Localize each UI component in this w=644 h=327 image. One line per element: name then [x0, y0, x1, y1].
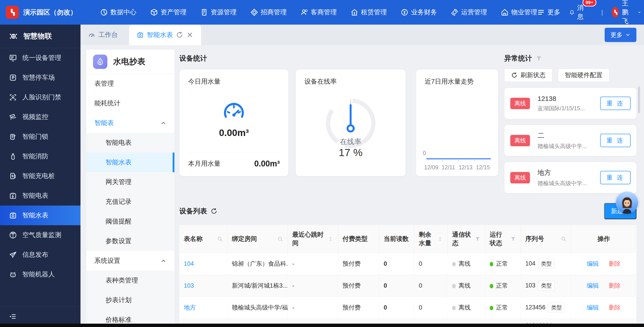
top-navbar: 演示园区（勿改） 数据中心 资产管理 资源管理 招商管理 客商管理 租赁管理 业… — [0, 0, 644, 24]
message-count-badge: 99+ — [582, 0, 596, 6]
electric-meter-icon — [9, 192, 17, 200]
submenu-item-recharge-records[interactable]: 充值记录 — [86, 192, 174, 212]
tab-workbench[interactable]: 工作台 — [80, 24, 126, 45]
submenu-item-smart-electric-meter[interactable]: 智能电表 — [86, 133, 174, 152]
table-header-row: 表名称 绑定房间 最近心跳时间 付费类型 当前读数 剩余水量 通信状态 运行状态… — [179, 225, 636, 253]
filter-icon[interactable] — [536, 55, 542, 62]
submenu-item-gateway-management[interactable]: 网关管理 — [86, 172, 174, 192]
sidebar-item-air-quality[interactable]: 空气质量监测 — [0, 225, 80, 245]
sidebar-item-video-monitoring[interactable]: 视频监控 — [0, 107, 80, 127]
app-logo[interactable] — [6, 6, 19, 19]
nav-item-investment-management[interactable]: 招商管理 — [250, 8, 287, 17]
reconnect-button[interactable]: 重 连 — [600, 171, 630, 184]
edit-link[interactable]: 编辑 — [587, 260, 599, 267]
assistant-avatar[interactable] — [616, 192, 638, 214]
month-water-value: 0.00m³ — [254, 159, 280, 168]
submenu-group-smart-meter[interactable]: 智能表 — [86, 113, 174, 133]
submenu-item-energy-stats[interactable]: 能耗统计 — [86, 94, 174, 113]
col-last-heartbeat[interactable]: 最近心跳时间 — [288, 225, 338, 253]
sidebar-item-unified-device-management[interactable]: 统一设备管理 — [0, 48, 80, 68]
delete-link[interactable]: 删除 — [609, 282, 621, 289]
remaining-cell: 0 — [414, 296, 448, 318]
yen-circle-icon — [401, 8, 408, 16]
nav-item-data-center[interactable]: 数据中心 — [100, 8, 136, 17]
submenu-group-system-settings[interactable]: 系统设置 — [86, 251, 174, 271]
type-tag[interactable]: 类型 — [538, 281, 554, 290]
submenu-item-reading-plan[interactable]: 抄表计划 — [86, 290, 174, 310]
water-trend-title: 近7日用水量走势 — [425, 77, 490, 86]
col-remaining-water[interactable]: 剩余水量 — [414, 225, 448, 253]
sidebar-item-smart-water-meter[interactable]: 智能水表 — [0, 206, 80, 225]
sidebar-item-info-publish[interactable]: 信息发布 — [0, 245, 80, 264]
type-tag[interactable]: 类型 — [538, 259, 554, 268]
col-current-reading[interactable]: 当前读数 — [379, 225, 414, 253]
meter-name-link[interactable]: 103 — [184, 282, 194, 289]
col-pay-type[interactable]: 付费类型 — [338, 225, 379, 253]
sidebar-item-smart-robot[interactable]: 智能机器人 — [0, 264, 80, 284]
meter-name-link[interactable]: 104 — [184, 260, 194, 267]
app-header: 水电抄表 — [86, 50, 174, 74]
bound-room-cell: 锦昶（广东）食品科... — [228, 253, 288, 275]
nav-item-finance[interactable]: 业务财务 — [401, 8, 437, 17]
sidebar-item-smart-parking[interactable]: 智慧停车场 — [0, 68, 80, 88]
refresh-status-button[interactable]: 刷新状态 — [504, 68, 552, 82]
sort-icon — [437, 236, 443, 242]
submenu-item-meter-type-management[interactable]: 表种类管理 — [86, 271, 174, 290]
collapse-icon — [9, 313, 16, 320]
sidebar-item-smart-lock[interactable]: 智能门锁 — [0, 127, 80, 146]
nav-item-merchant-management[interactable]: 客商管理 — [300, 8, 337, 17]
nav-item-operation-management[interactable]: 运营管理 — [451, 8, 487, 17]
tab-smart-water-meter[interactable]: 智能水表 — [129, 24, 201, 45]
tab-refresh-icon[interactable] — [176, 31, 183, 38]
sidebar-item-face-access[interactable]: 人脸识别门禁 — [0, 88, 80, 107]
hardware-config-button[interactable]: 智能硬件配置 — [558, 68, 609, 82]
serial-cell: 103类型 — [521, 275, 571, 296]
device-location: 赣榆城头高级中学... — [538, 180, 600, 187]
bound-room-cell: 赣榆城头高级中学/福... — [228, 296, 288, 318]
sidebar-collapse-button[interactable] — [0, 307, 80, 324]
delete-link[interactable]: 删除 — [609, 260, 621, 267]
offline-dot — [452, 306, 456, 310]
submenu-item-parameter-settings[interactable]: 参数设置 — [86, 231, 174, 251]
nav-item-asset-management[interactable]: 资产管理 — [150, 8, 186, 17]
reconnect-button[interactable]: 重 连 — [600, 96, 630, 110]
tab-close-icon[interactable] — [186, 31, 194, 38]
user-menu[interactable]: 王鹏飞 — [612, 0, 641, 26]
col-meter-name[interactable]: 表名称 — [179, 225, 228, 253]
sidebar-item-smart-charging[interactable]: 智能充电桩 — [0, 166, 80, 186]
offline-badge: 离线 — [510, 135, 530, 146]
submenu-item-smart-water-meter[interactable]: 智能水表 — [86, 152, 174, 172]
sidebar-item-smart-electric-meter[interactable]: 智能电表 — [0, 186, 80, 206]
park-name[interactable]: 演示园区（勿改） — [23, 8, 77, 17]
edit-link[interactable]: 编辑 — [587, 304, 599, 311]
main-menu: 数据中心 资产管理 资源管理 招商管理 客商管理 租赁管理 业务财务 运营管理 … — [100, 8, 537, 17]
exceptions-scrollbar[interactable] — [638, 86, 640, 113]
col-comm-status[interactable]: 通信状态 — [448, 225, 485, 253]
tabs-more-button[interactable]: 更多 — [605, 28, 636, 42]
chevron-down-icon — [638, 10, 641, 15]
serial-cell: 104类型 — [521, 253, 571, 275]
nav-item-lease-management[interactable]: 租赁管理 — [350, 8, 387, 17]
heartbeat-cell: - — [288, 296, 338, 318]
device-list-section: 设备列表 新建表 表名称 绑定房间 最近心跳时间 付费类型 当前读数 — [179, 203, 636, 324]
messages-button[interactable]: 消息 99+ — [569, 3, 586, 21]
reconnect-button[interactable]: 重 连 — [600, 134, 630, 147]
sidebar-item-smart-fire[interactable]: 智能消防 — [0, 146, 80, 166]
type-tag[interactable]: 类型 — [548, 302, 564, 312]
meter-name-link[interactable]: 地方 — [184, 304, 196, 311]
table-row: 103 新河城/新河城1栋3... - 预付费 0 0 离线 正常 103类型 … — [179, 275, 636, 296]
door-lock-icon — [9, 133, 17, 141]
submenu-item-meter-management[interactable]: 表管理 — [86, 74, 174, 94]
bottom-bar — [0, 324, 644, 327]
cctv-icon — [9, 113, 17, 121]
nav-more-button[interactable]: 更多 — [537, 8, 560, 17]
nav-item-property-management[interactable]: 物业管理 — [501, 8, 537, 17]
edit-link[interactable]: 编辑 — [587, 282, 599, 289]
nav-item-resource-management[interactable]: 资源管理 — [200, 8, 236, 17]
submenu-item-threshold-alerts[interactable]: 阈值提醒 — [86, 212, 174, 231]
col-serial[interactable]: 序列号 — [521, 225, 571, 253]
col-bound-room[interactable]: 绑定房间 — [228, 225, 288, 253]
delete-link[interactable]: 删除 — [609, 304, 621, 311]
refresh-icon[interactable] — [211, 208, 217, 214]
col-run-status[interactable]: 运行状态 — [485, 225, 520, 253]
